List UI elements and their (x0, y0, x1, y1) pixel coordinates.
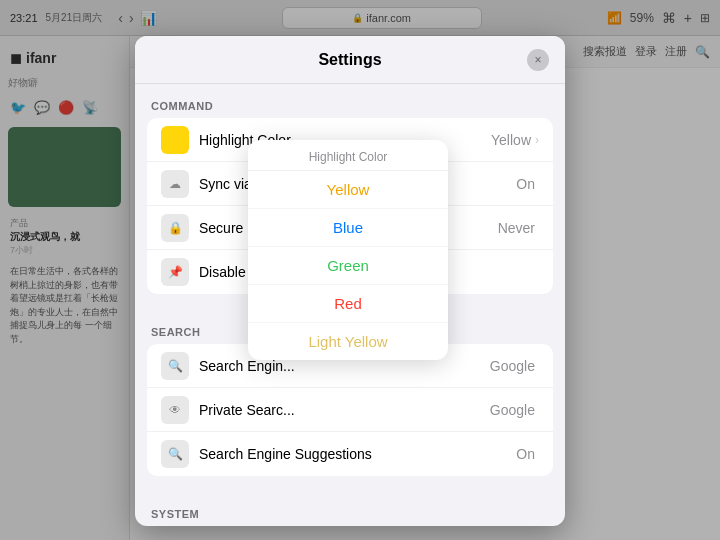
sync-icon: ☁ (161, 170, 189, 198)
color-option-light-yellow[interactable]: Light Yellow (248, 323, 448, 360)
search-engine-icon: 🔍 (161, 352, 189, 380)
search-engine-value: Google (490, 358, 535, 374)
highlight-color-icon (161, 126, 189, 154)
color-option-red[interactable]: Red (248, 285, 448, 323)
pin-icon: 📌 (161, 258, 189, 286)
search-suggestions-row[interactable]: 🔍 Search Engine Suggestions On (147, 432, 553, 476)
color-option-green[interactable]: Green (248, 247, 448, 285)
highlight-color-arrow: › (535, 133, 539, 147)
secure-value: Never (498, 220, 535, 236)
private-search-row[interactable]: 👁 Private Searc... Google (147, 388, 553, 432)
settings-title: Settings (318, 51, 381, 69)
settings-header: Settings × (135, 36, 565, 84)
highlight-color-value: Yellow (491, 132, 531, 148)
eye-icon: 👁 (161, 396, 189, 424)
settings-close-button[interactable]: × (527, 49, 549, 71)
color-option-yellow[interactable]: Yellow (248, 171, 448, 209)
color-option-blue[interactable]: Blue (248, 209, 448, 247)
lock-icon: 🔒 (161, 214, 189, 242)
color-picker-header: Highlight Color (248, 140, 448, 171)
search-suggestions-value: On (516, 446, 535, 462)
private-search-label: Private Searc... (199, 402, 490, 418)
private-search-value: Google (490, 402, 535, 418)
section-label-command: COMMAND (135, 84, 565, 118)
sync-value: On (516, 176, 535, 192)
section-label-system: SYSTEM (135, 492, 565, 526)
search-suggestions-label: Search Engine Suggestions (199, 446, 516, 462)
search-suggestions-icon: 🔍 (161, 440, 189, 468)
color-picker-dropdown: Highlight Color Yellow Blue Green Red Li… (248, 140, 448, 360)
search-group: 🔍 Search Engin... Google 👁 Private Searc… (147, 344, 553, 476)
